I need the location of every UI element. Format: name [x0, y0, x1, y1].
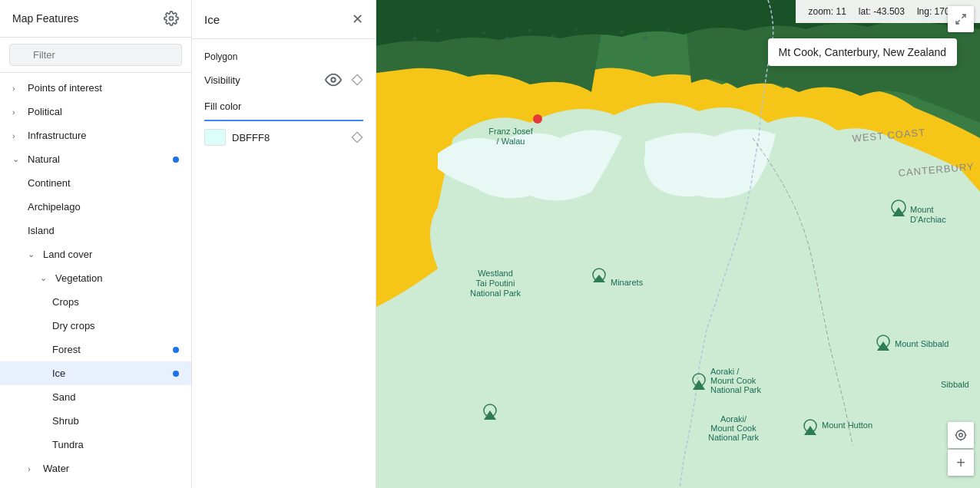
sidebar-item-land-cover[interactable]: ⌄ Land cover [0, 242, 191, 266]
svg-line-4 [962, 15, 965, 18]
close-button[interactable]: ✕ [352, 11, 363, 28]
sidebar-label: Land cover [43, 249, 179, 260]
sidebar-item-political[interactable]: › Political [0, 100, 191, 124]
color-swatch[interactable] [204, 129, 226, 146]
zoom-in-button[interactable]: + [948, 450, 974, 476]
panel-title: Map Features [12, 12, 78, 25]
chevron-right-icon: › [12, 107, 22, 117]
svg-point-0 [170, 17, 174, 21]
diamond-icon[interactable] [351, 74, 363, 86]
svg-point-21 [597, 38, 601, 42]
svg-point-30 [805, 29, 809, 33]
svg-point-24 [667, 28, 670, 31]
fill-color-line [204, 120, 363, 121]
sidebar-label: Vegetation [55, 272, 179, 284]
fill-color-section: Fill color DBFFF8 [204, 101, 363, 146]
sidebar-item-island[interactable]: Island [0, 219, 191, 242]
svg-point-28 [759, 28, 762, 31]
sidebar-label: Island [28, 225, 179, 236]
sidebar-item-tundra[interactable]: Tundra [0, 433, 191, 457]
aoraki-2-label-2: Mount Cook [710, 424, 757, 433]
left-header: Map Features [0, 0, 191, 38]
svg-point-20 [574, 28, 578, 31]
sidebar-label: Tundra [52, 439, 179, 450]
sibbald-label: Sibbald [941, 380, 969, 389]
aoraki-2-label-1: Aoraki/ [720, 414, 747, 424]
chevron-down-icon: ⌄ [28, 249, 37, 259]
eye-icon[interactable] [325, 71, 342, 88]
type-label: Polygon [204, 51, 363, 62]
detail-title: Ice [204, 13, 220, 26]
svg-marker-2 [352, 74, 362, 84]
sidebar-item-shrub[interactable]: Shrub [0, 409, 191, 433]
chevron-right-icon: › [28, 464, 37, 473]
left-panel: Map Features ☰ › Points of interest › Po… [0, 0, 192, 488]
sidebar-label: Archipelago [28, 201, 179, 213]
detail-panel: Ice ✕ Polygon Visibility Fill color DBFF… [192, 0, 376, 488]
svg-point-37 [965, 36, 970, 41]
fullscreen-icon [955, 13, 967, 25]
sidebar-item-vegetation[interactable]: ⌄ Vegetation [0, 266, 191, 290]
sidebar-item-water[interactable]: › Water [0, 457, 191, 480]
fullscreen-button[interactable] [948, 6, 974, 32]
zoom-label: zoom: 11 [808, 6, 846, 17]
filter-wrapper: ☰ [9, 44, 182, 66]
location-icon [954, 428, 968, 442]
sidebar-label: Water [43, 463, 179, 474]
svg-point-13 [412, 36, 417, 41]
gear-icon[interactable] [164, 11, 179, 26]
chevron-down-icon: ⌄ [40, 273, 49, 283]
sidebar-item-archipelago[interactable]: Archipelago [0, 195, 191, 219]
svg-point-26 [713, 30, 717, 34]
aoraki-2-label-3: National Park [708, 433, 760, 442]
map-svg: WEST COAST CANTERBURY WEST COAST CANTERB… [376, 0, 980, 488]
filter-input[interactable] [9, 44, 182, 66]
svg-point-15 [459, 40, 463, 45]
lat-label: lat: -43.503 [859, 6, 905, 17]
tai-poutini-label: Tai Poutini [476, 279, 515, 288]
sidebar-label: Crops [52, 296, 179, 308]
sidebar-item-background[interactable]: Background [0, 480, 191, 488]
sidebar-item-sand[interactable]: Sand [0, 385, 191, 409]
westland-label: Westland [478, 269, 513, 278]
chevron-right-icon: › [12, 84, 22, 93]
location-button[interactable] [948, 422, 974, 448]
svg-point-19 [551, 35, 555, 39]
sidebar-label: Natural [28, 153, 173, 165]
sidebar-label: Dry crops [52, 320, 179, 331]
minarets-label: Minarets [611, 278, 644, 287]
status-dot [173, 347, 179, 353]
sidebar-item-points-of-interest[interactable]: › Points of interest [0, 76, 191, 100]
svg-point-38 [959, 434, 963, 437]
diamond-icon-2[interactable] [351, 131, 363, 143]
mount-darchiac-label: Mount [910, 205, 934, 214]
sidebar-item-dry-crops[interactable]: Dry crops [0, 314, 191, 338]
svg-point-39 [956, 430, 965, 440]
svg-point-25 [689, 38, 694, 42]
svg-point-14 [436, 29, 440, 33]
aoraki-label-1: Aoraki / [710, 367, 740, 376]
national-park-label-1: National Park [470, 289, 521, 298]
map-controls: + [948, 422, 974, 476]
sidebar-item-ice[interactable]: Ice [0, 361, 191, 385]
sidebar-item-natural[interactable]: ⌄ Natural [0, 147, 191, 171]
aoraki-label-2: Mount Cook [710, 376, 757, 385]
svg-point-27 [735, 36, 740, 41]
svg-line-5 [956, 20, 960, 24]
sidebar-item-continent[interactable]: Continent [0, 171, 191, 195]
status-dot [173, 371, 179, 377]
sidebar-item-forest[interactable]: Forest [0, 338, 191, 361]
franz-josef-marker [533, 114, 542, 124]
svg-point-22 [621, 31, 624, 35]
franz-josef-label: Franz Josef [488, 127, 533, 136]
detail-header: Ice ✕ [192, 0, 376, 39]
lat-value: -43.503 [873, 6, 905, 17]
map-panel[interactable]: zoom: 11 lat: -43.503 lng: 170.306 Mt Co… [376, 0, 980, 488]
sidebar-item-crops[interactable]: Crops [0, 290, 191, 314]
sidebar-label: Ice [52, 368, 173, 379]
visibility-controls [325, 71, 363, 88]
aoraki-label-3: National Park [710, 385, 762, 394]
fill-color-label: Fill color [204, 101, 363, 112]
sidebar-item-infrastructure[interactable]: › Infrastructure [0, 124, 191, 147]
chevron-down-icon: ⌄ [12, 154, 22, 164]
